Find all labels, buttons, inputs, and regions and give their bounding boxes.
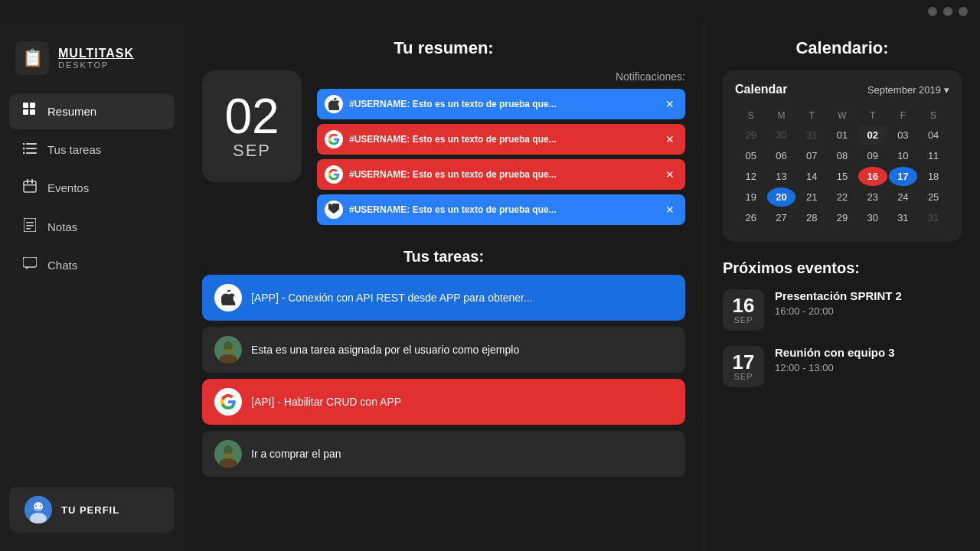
- cal-day[interactable]: 12: [737, 167, 766, 186]
- tasks-title: Tus tareas:: [202, 248, 685, 266]
- cal-day[interactable]: 30: [767, 126, 796, 145]
- event-date-num-2: 17: [732, 352, 755, 372]
- cal-day[interactable]: 10: [889, 146, 918, 165]
- logo-title: MULTITASK: [58, 47, 134, 60]
- cal-day[interactable]: 11: [919, 146, 948, 165]
- day-header-s2: S: [919, 107, 948, 124]
- cal-day[interactable]: 04: [919, 126, 948, 145]
- event-details-2: Reunión con equipo 3 12:00 - 13:00: [775, 346, 962, 373]
- calendar-icon: [21, 179, 38, 197]
- window-controls: [928, 7, 968, 16]
- window-dot-3: [959, 7, 968, 16]
- events-title: Próximos eventos:: [723, 259, 962, 277]
- cal-day[interactable]: 19: [737, 187, 766, 207]
- notif-close-3[interactable]: ✕: [662, 168, 678, 181]
- notif-text-1: #USERNAME: Esto es un texto de prueba qu…: [349, 99, 656, 109]
- month-selector[interactable]: September 2019 ▾: [867, 84, 949, 96]
- cal-day[interactable]: 06: [767, 146, 796, 165]
- svg-rect-17: [26, 228, 31, 230]
- cal-day[interactable]: 01: [828, 126, 857, 145]
- task-item-2[interactable]: Esta es una tarea asignada por el usuari…: [202, 327, 685, 373]
- event-item-2: 17 SEP Reunión con equipo 3 12:00 - 13:0…: [723, 346, 962, 387]
- cal-day[interactable]: 31: [889, 208, 918, 227]
- cal-day[interactable]: 23: [858, 187, 887, 207]
- event-details-1: Presentación SPRINT 2 16:00 - 20:00: [775, 289, 962, 317]
- day-header-s1: S: [737, 107, 766, 124]
- cal-day[interactable]: 18: [919, 167, 948, 186]
- sidebar-item-eventos[interactable]: Eventos: [9, 170, 175, 206]
- logo-icon: 📋: [15, 41, 49, 75]
- profile-name: TU PERFIL: [61, 504, 119, 516]
- cal-day[interactable]: 25: [919, 187, 948, 207]
- svg-rect-3: [30, 109, 35, 115]
- day-header-f: F: [889, 107, 918, 124]
- cal-day[interactable]: 27: [767, 208, 796, 227]
- notif-icon-2: [325, 130, 343, 148]
- sidebar-item-chats[interactable]: Chats: [9, 248, 175, 282]
- cal-day[interactable]: 30: [858, 208, 887, 227]
- svg-point-7: [23, 143, 25, 145]
- sidebar-item-label-eventos: Eventos: [47, 181, 89, 194]
- svg-rect-13: [24, 184, 36, 186]
- svg-rect-0: [23, 103, 28, 108]
- chevron-down-icon: ▾: [944, 84, 949, 96]
- notif-close-2[interactable]: ✕: [662, 133, 678, 145]
- cal-day[interactable]: 08: [828, 146, 857, 165]
- sidebar-item-label-tareas: Tus tareas: [47, 143, 101, 156]
- svg-rect-5: [26, 148, 37, 149]
- cal-day[interactable]: 24: [889, 187, 918, 207]
- cal-day[interactable]: 05: [737, 146, 766, 165]
- center-panel: Tu resumen: 02 SEP Notificaciones:: [184, 23, 704, 551]
- cal-day-20[interactable]: 20: [767, 187, 796, 207]
- svg-point-29: [226, 349, 230, 354]
- svg-point-24: [40, 505, 41, 507]
- cal-day[interactable]: 21: [797, 187, 826, 207]
- sidebar-item-resumen[interactable]: Resumen: [9, 93, 175, 129]
- svg-rect-11: [27, 179, 28, 184]
- sidebar-item-tareas[interactable]: Tus tareas: [9, 132, 175, 167]
- cal-day-16[interactable]: 16: [858, 167, 887, 186]
- cal-day[interactable]: 31: [797, 126, 826, 145]
- task-item-3[interactable]: [API] - Habilitar CRUD con APP: [202, 379, 685, 425]
- date-day: 02: [220, 92, 283, 141]
- profile-avatar: [24, 496, 52, 523]
- event-name-1: Presentación SPRINT 2: [775, 289, 962, 302]
- cal-day[interactable]: 07: [797, 146, 826, 165]
- sidebar-item-label-resumen: Resumen: [47, 105, 96, 118]
- sidebar-nav: Resumen Tus tareas: [0, 93, 184, 481]
- task-item-1[interactable]: [APP] - Conexión con API REST desde APP …: [202, 275, 685, 321]
- task-text-1: [APP] - Conexión con API REST desde APP …: [251, 292, 673, 304]
- svg-point-23: [35, 505, 37, 507]
- cal-day[interactable]: 09: [858, 146, 887, 165]
- day-header-w: W: [828, 107, 857, 124]
- svg-point-34: [226, 453, 230, 458]
- notification-item-1: #USERNAME: Esto es un texto de prueba qu…: [317, 89, 685, 119]
- summary-title: Tu resumen:: [202, 38, 685, 58]
- task-avatar-4: [214, 440, 242, 468]
- sidebar-profile[interactable]: TU PERFIL: [9, 487, 175, 533]
- event-date-badge-1: 16 SEP: [723, 289, 764, 331]
- cal-day[interactable]: 31: [919, 208, 948, 227]
- calendar-header: Calendar September 2019 ▾: [735, 83, 949, 96]
- cal-day[interactable]: 22: [828, 187, 857, 207]
- svg-point-8: [23, 148, 25, 150]
- cal-day[interactable]: 29: [828, 208, 857, 227]
- cal-day[interactable]: 15: [828, 167, 857, 186]
- notif-close-1[interactable]: ✕: [662, 98, 678, 110]
- notif-close-4[interactable]: ✕: [662, 204, 678, 216]
- cal-day[interactable]: 03: [889, 126, 918, 145]
- event-date-badge-2: 17 SEP: [723, 346, 764, 387]
- event-item-1: 16 SEP Presentación SPRINT 2 16:00 - 20:…: [723, 289, 962, 331]
- cal-day[interactable]: 14: [797, 167, 826, 186]
- cal-day-today[interactable]: 02: [858, 126, 887, 145]
- cal-day[interactable]: 28: [797, 208, 826, 227]
- main-content: Tu resumen: 02 SEP Notificaciones:: [184, 23, 980, 551]
- notif-text-4: #USERNAME: Esto es un texto de prueba qu…: [349, 204, 656, 215]
- cal-day[interactable]: 26: [737, 208, 766, 227]
- task-item-4[interactable]: Ir a comprar el pan: [202, 431, 685, 477]
- cal-day-17[interactable]: 17: [889, 167, 918, 186]
- cal-day[interactable]: 13: [767, 167, 796, 186]
- notif-icon-4: [325, 201, 343, 219]
- cal-day[interactable]: 29: [737, 126, 766, 145]
- sidebar-item-notas[interactable]: Notas: [9, 209, 175, 245]
